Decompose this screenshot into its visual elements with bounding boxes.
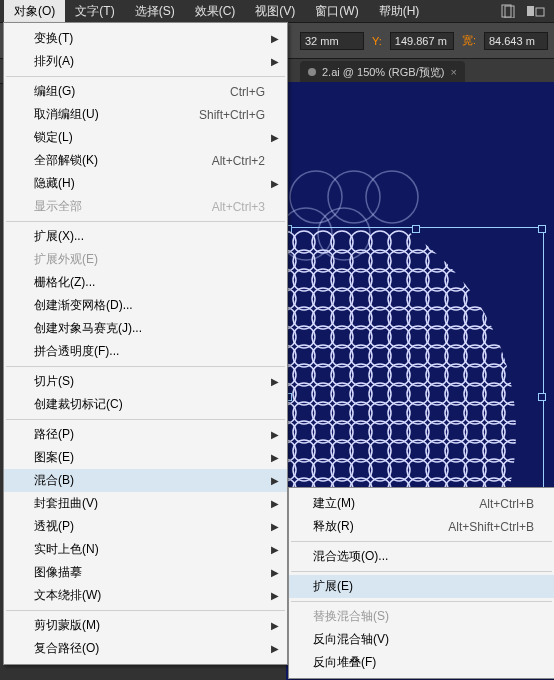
submenu-make[interactable]: 建立(M)Alt+Ctrl+B bbox=[289, 492, 554, 515]
menu-expand[interactable]: 扩展(X)... bbox=[4, 225, 287, 248]
submenu-replace-spine: 替换混合轴(S) bbox=[289, 605, 554, 628]
menu-group[interactable]: 编组(G)Ctrl+G bbox=[4, 80, 287, 103]
svg-point-53 bbox=[464, 269, 486, 291]
svg-point-40 bbox=[521, 250, 543, 272]
close-icon[interactable]: × bbox=[450, 66, 456, 78]
chevron-right-icon: ▶ bbox=[271, 590, 279, 601]
menu-transform[interactable]: 变换(T)▶ bbox=[4, 27, 287, 50]
menu-compound-path[interactable]: 复合路径(O)▶ bbox=[4, 637, 287, 660]
document-tab-label: 2.ai @ 150% (RGB/预览) bbox=[322, 65, 444, 80]
svg-point-71 bbox=[502, 288, 524, 310]
submenu-release[interactable]: 释放(R)Alt+Shift+Ctrl+B bbox=[289, 515, 554, 538]
svg-point-70 bbox=[483, 288, 505, 310]
menu-type[interactable]: 文字(T) bbox=[65, 0, 124, 23]
svg-point-21 bbox=[464, 231, 486, 253]
svg-point-25 bbox=[540, 231, 554, 253]
menu-ungroup[interactable]: 取消编组(U)Shift+Ctrl+G bbox=[4, 103, 287, 126]
menu-show-all: 显示全部Alt+Ctrl+3 bbox=[4, 195, 287, 218]
svg-point-89 bbox=[540, 307, 554, 329]
menu-lock[interactable]: 锁定(L)▶ bbox=[4, 126, 287, 149]
chevron-right-icon: ▶ bbox=[271, 132, 279, 143]
svg-point-37 bbox=[464, 250, 486, 272]
menu-expand-appearance: 扩展外观(E) bbox=[4, 248, 287, 271]
menu-rasterize[interactable]: 栅格化(Z)... bbox=[4, 271, 287, 294]
menu-window[interactable]: 窗口(W) bbox=[305, 0, 368, 23]
svg-point-121 bbox=[540, 345, 554, 367]
svg-point-56 bbox=[521, 269, 543, 291]
menu-live-paint[interactable]: 实时上色(N)▶ bbox=[4, 538, 287, 561]
svg-rect-1 bbox=[505, 6, 514, 18]
menubar: 对象(O) 文字(T) 选择(S) 效果(C) 视图(V) 窗口(W) 帮助(H… bbox=[0, 0, 554, 23]
menu-unlock-all[interactable]: 全部解锁(K)Alt+Ctrl+2 bbox=[4, 149, 287, 172]
svg-point-19 bbox=[426, 231, 448, 253]
submenu-reverse-spine[interactable]: 反向混合轴(V) bbox=[289, 628, 554, 651]
svg-point-184 bbox=[521, 421, 543, 443]
menu-view[interactable]: 视图(V) bbox=[245, 0, 305, 23]
menu-select[interactable]: 选择(S) bbox=[125, 0, 185, 23]
x-field[interactable]: 32 mm bbox=[300, 32, 364, 50]
svg-point-72 bbox=[521, 288, 543, 310]
document-icon[interactable] bbox=[499, 2, 517, 20]
menu-envelope[interactable]: 封套扭曲(V)▶ bbox=[4, 492, 287, 515]
svg-point-39 bbox=[502, 250, 524, 272]
menu-arrange[interactable]: 排列(A)▶ bbox=[4, 50, 287, 73]
chevron-right-icon: ▶ bbox=[271, 643, 279, 654]
svg-point-23 bbox=[502, 231, 524, 253]
svg-point-38 bbox=[483, 250, 505, 272]
submenu-expand[interactable]: 扩展(E) bbox=[289, 575, 554, 598]
submenu-reverse-stack[interactable]: 反向堆叠(F) bbox=[289, 651, 554, 674]
svg-rect-2 bbox=[527, 6, 534, 16]
chevron-right-icon: ▶ bbox=[271, 33, 279, 44]
svg-point-153 bbox=[540, 383, 554, 405]
svg-point-185 bbox=[540, 421, 554, 443]
chevron-right-icon: ▶ bbox=[271, 376, 279, 387]
chevron-right-icon: ▶ bbox=[271, 56, 279, 67]
menu-text-wrap[interactable]: 文本绕排(W)▶ bbox=[4, 584, 287, 607]
chevron-right-icon: ▶ bbox=[271, 521, 279, 532]
svg-rect-0 bbox=[502, 5, 511, 17]
menu-object[interactable]: 对象(O) bbox=[4, 0, 65, 23]
menu-effect[interactable]: 效果(C) bbox=[185, 0, 246, 23]
chevron-right-icon: ▶ bbox=[271, 452, 279, 463]
svg-point-54 bbox=[483, 269, 505, 291]
menu-path[interactable]: 路径(P)▶ bbox=[4, 423, 287, 446]
svg-point-136 bbox=[521, 364, 543, 386]
menu-help[interactable]: 帮助(H) bbox=[369, 0, 430, 23]
menu-gradient-mesh[interactable]: 创建渐变网格(D)... bbox=[4, 294, 287, 317]
svg-point-137 bbox=[540, 364, 554, 386]
chevron-right-icon: ▶ bbox=[271, 475, 279, 486]
document-tab[interactable]: 2.ai @ 150% (RGB/预览) × bbox=[300, 61, 465, 83]
menu-clipping-mask[interactable]: 剪切蒙版(M)▶ bbox=[4, 614, 287, 637]
menu-flatten-transparency[interactable]: 拼合透明度(F)... bbox=[4, 340, 287, 363]
svg-point-41 bbox=[540, 250, 554, 272]
menu-hide[interactable]: 隐藏(H)▶ bbox=[4, 172, 287, 195]
blend-submenu: 建立(M)Alt+Ctrl+B 释放(R)Alt+Shift+Ctrl+B 混合… bbox=[288, 487, 554, 679]
menu-pattern[interactable]: 图案(E)▶ bbox=[4, 446, 287, 469]
menu-blend[interactable]: 混合(B)▶ bbox=[4, 469, 287, 492]
svg-point-22 bbox=[483, 231, 505, 253]
svg-point-217 bbox=[540, 459, 554, 481]
svg-point-104 bbox=[521, 326, 543, 348]
arrange-icon[interactable] bbox=[527, 2, 545, 20]
svg-point-201 bbox=[540, 440, 554, 462]
svg-point-57 bbox=[540, 269, 554, 291]
chevron-right-icon: ▶ bbox=[271, 498, 279, 509]
menu-slice[interactable]: 切片(S)▶ bbox=[4, 370, 287, 393]
menu-perspective[interactable]: 透视(P)▶ bbox=[4, 515, 287, 538]
svg-point-169 bbox=[540, 402, 554, 424]
svg-point-120 bbox=[521, 345, 543, 367]
menu-trim-marks[interactable]: 创建裁切标记(C) bbox=[4, 393, 287, 416]
menu-image-trace[interactable]: 图像描摹▶ bbox=[4, 561, 287, 584]
menu-mosaic[interactable]: 创建对象马赛克(J)... bbox=[4, 317, 287, 340]
y-field[interactable]: 149.867 m bbox=[390, 32, 454, 50]
svg-point-168 bbox=[521, 402, 543, 424]
w-label: 宽: bbox=[458, 31, 480, 50]
svg-point-20 bbox=[445, 231, 467, 253]
object-menu-dropdown: 变换(T)▶ 排列(A)▶ 编组(G)Ctrl+G 取消编组(U)Shift+C… bbox=[3, 22, 288, 665]
svg-point-73 bbox=[540, 288, 554, 310]
svg-rect-3 bbox=[536, 8, 544, 16]
svg-point-119 bbox=[502, 345, 524, 367]
submenu-blend-options[interactable]: 混合选项(O)... bbox=[289, 545, 554, 568]
chevron-right-icon: ▶ bbox=[271, 178, 279, 189]
w-field[interactable]: 84.643 m bbox=[484, 32, 548, 50]
